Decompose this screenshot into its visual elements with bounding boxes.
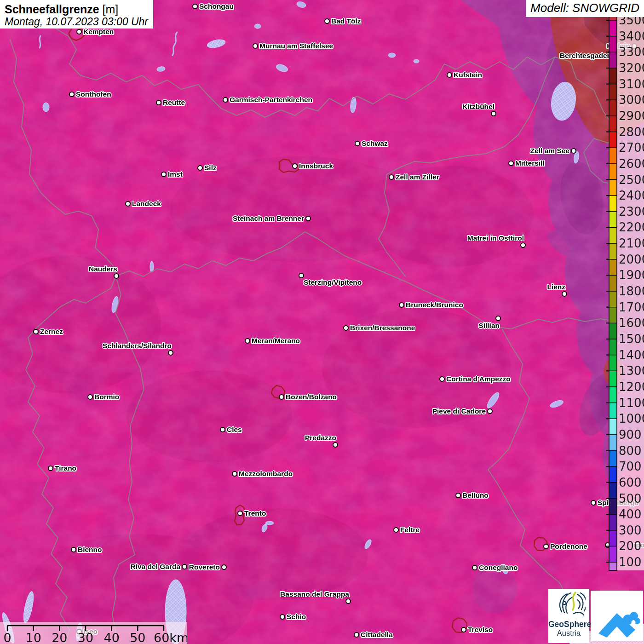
city-dot [156, 100, 161, 105]
colorbar-value: 2400 [619, 189, 644, 202]
city-label: Innsbruck [299, 162, 333, 170]
colorbar-labels: 3500340033003200310030002900280027002600… [619, 13, 644, 569]
city-label: Matrei in Osttirol [467, 235, 524, 242]
colorbar-segment [609, 514, 617, 530]
city-label: Schlanders/Silandro [103, 342, 172, 350]
city-dot [439, 376, 445, 382]
colorbar-value: 200 [619, 539, 642, 553]
title-unit: [m] [103, 3, 119, 16]
title-box: Schneefallgrenze [m] Montag, 10.07.2023 … [0, 0, 153, 29]
city-dot [197, 165, 203, 171]
colorbar-segment [609, 339, 617, 355]
city-label: Reutte [163, 99, 185, 106]
city-label: Tirano [55, 465, 76, 472]
city-dot [71, 547, 76, 552]
title-datetime: Montag, 10.07.2023 03:00 Uhr [5, 16, 149, 28]
city-label: Mittersill [515, 160, 545, 167]
city-dot [562, 291, 567, 297]
colorbar-value: 1200 [619, 380, 644, 394]
colorbar-value: 2000 [619, 253, 644, 266]
city-label: Landeck [132, 200, 161, 207]
city-label: Schongau [199, 3, 234, 10]
colorbar-segment [609, 259, 617, 276]
colorbar-segment [609, 466, 617, 483]
weather-map-page: SchongauBad TölzKemptenMurnau am Staffel… [0, 0, 644, 644]
colorbar-segment [609, 20, 617, 36]
elevation-colorbar: 3500340033003200310030002900280027002600… [605, 0, 644, 644]
scalebar-number: 50 [130, 631, 145, 644]
colorbar-segments [609, 13, 617, 570]
city-dot [345, 598, 351, 604]
city-dot [220, 427, 225, 432]
city-dot [495, 316, 501, 321]
city-label: Kufstein [454, 71, 482, 79]
city-label: Cittadella [361, 631, 393, 638]
colorbar-segment [609, 164, 617, 180]
city-dot [591, 500, 596, 506]
city-label: Sillian [478, 322, 500, 329]
city-dot [48, 466, 53, 471]
colorbar-value: 3200 [619, 61, 644, 75]
city-dot [232, 471, 237, 477]
colorbar-value: 2600 [619, 157, 644, 171]
colorbar-value: 2300 [619, 205, 644, 218]
city-dot [508, 161, 514, 166]
city-dot [280, 614, 285, 620]
colorbar-value: 1300 [619, 364, 644, 378]
city-label: Treviso [468, 626, 493, 633]
scalebar-number: 40 [104, 631, 120, 644]
geosphere-logo-country: Austria [548, 629, 589, 638]
colorbar-segment [609, 180, 617, 196]
city-dot [520, 242, 526, 248]
colorbar-value: 2800 [619, 125, 644, 139]
city-label: Imst [168, 171, 183, 178]
city-dot [333, 442, 338, 448]
city-label: Lienz [547, 283, 565, 291]
city-dot [33, 329, 39, 334]
city-label: Pordenone [550, 543, 587, 550]
colorbar-segment [609, 530, 617, 546]
city-label: Murnau am Staffelsee [259, 42, 333, 50]
city-label: Riva del Garda [130, 563, 180, 570]
colorbar-value: 3000 [619, 93, 644, 107]
city-label: Trento [244, 510, 266, 517]
city-label: Mezzolombardo [239, 470, 293, 477]
page-title: Schneefallgrenze [m] [5, 3, 149, 16]
colorbar-value: 2100 [619, 236, 644, 250]
city-label: Feltre [400, 526, 420, 534]
city-label: Brixen/Bressanone [350, 324, 415, 332]
colorbar-segment [609, 483, 617, 499]
colorbar-segment [609, 52, 617, 68]
city-dot [245, 338, 250, 344]
colorbar-value: 1500 [619, 332, 644, 346]
city-label: Meran/Merano [252, 337, 300, 345]
city-dot [161, 172, 167, 177]
city-dot [87, 394, 93, 400]
city-label: Sonthofen [76, 91, 111, 98]
colorbar-segment [609, 116, 617, 132]
colorbar-segment [609, 403, 617, 419]
colorbar-segment [609, 355, 617, 371]
colorbar-value: 700 [619, 460, 642, 473]
city-dot [461, 627, 466, 632]
colorbar-segment [609, 132, 617, 148]
colorbar-segment [609, 387, 617, 403]
title-text: Schneefallgrenze [5, 3, 99, 16]
city-label: Bruneck/Brunico [406, 301, 463, 309]
colorbar-value: 2700 [619, 141, 644, 155]
city-dot [571, 148, 576, 154]
colorbar-value: 300 [619, 523, 642, 537]
city-label: Bormio [94, 393, 119, 401]
colorbar-segment [609, 419, 617, 435]
city-label: Garmisch-Partenkirchen [230, 96, 312, 104]
mountain-cloud-icon [593, 592, 641, 640]
colorbar-segment [609, 84, 617, 100]
scalebar-number: 10 [25, 631, 41, 644]
city-dot [543, 544, 549, 549]
colorbar-segment [609, 291, 617, 307]
colorbar-segment [609, 307, 617, 323]
colorbar-segment [609, 323, 617, 339]
city-dot [299, 273, 304, 278]
city-label: Sterzing/Vipiteno [304, 279, 362, 286]
colorbar-value: 2900 [619, 109, 644, 123]
